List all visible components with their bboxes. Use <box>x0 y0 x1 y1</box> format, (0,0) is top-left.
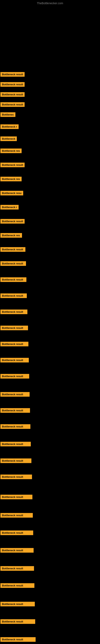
bottleneck-item-8: Bottleneck res <box>0 148 22 153</box>
bottleneck-item-30: Bottleneck result <box>0 495 32 499</box>
bottleneck-item-13: Bottleneck result <box>0 219 25 224</box>
bottleneck-item-11: Bottleneck resu <box>0 191 23 196</box>
bottleneck-item-5: Bottlenec <box>0 112 15 117</box>
bottleneck-item-10: Bottleneck res <box>0 177 22 181</box>
bottleneck-item-1: Bottleneck result <box>0 72 25 77</box>
bottleneck-item-36: Bottleneck result <box>0 602 35 606</box>
bottleneck-item-16: Bottleneck result <box>0 261 26 266</box>
bottleneck-item-22: Bottleneck result <box>0 358 29 362</box>
bottleneck-item-4: Bottleneck result <box>0 102 25 107</box>
bottleneck-item-14: Bottleneck res <box>0 233 22 238</box>
bottleneck-item-38: Bottleneck result <box>0 637 36 642</box>
bottleneck-item-34: Bottleneck result <box>0 566 34 571</box>
bottleneck-item-25: Bottleneck result <box>0 408 30 413</box>
bottleneck-item-28: Bottleneck result <box>0 458 31 463</box>
bottleneck-item-18: Bottleneck result <box>0 294 27 298</box>
bottleneck-item-6: Bottleneck r <box>0 124 19 129</box>
bottleneck-item-20: Bottleneck result <box>0 326 28 330</box>
bottleneck-item-26: Bottleneck result <box>0 424 30 429</box>
site-title: TheBottlenecker.com <box>0 0 100 6</box>
bottleneck-item-19: Bottleneck result <box>0 310 27 314</box>
bottleneck-item-32: Bottleneck result <box>0 530 33 535</box>
bottleneck-item-17: Bottleneck result <box>0 277 26 282</box>
bottleneck-item-29: Bottleneck result <box>0 474 32 479</box>
bottleneck-item-33: Bottleneck result <box>0 548 34 553</box>
bottleneck-item-21: Bottleneck result <box>0 342 28 346</box>
bottleneck-item-15: Bottleneck result <box>0 247 25 252</box>
bottleneck-item-12: Bottleneck r <box>0 205 19 210</box>
bottleneck-item-23: Bottleneck result <box>0 374 29 378</box>
bottleneck-item-31: Bottleneck result <box>0 513 33 518</box>
bottleneck-item-35: Bottleneck result <box>0 583 34 588</box>
bottleneck-item-24: Bottleneck result <box>0 392 30 397</box>
bottleneck-item-27: Bottleneck result <box>0 442 31 446</box>
bottleneck-item-7: Bottleneck <box>0 136 17 141</box>
bottleneck-item-3: Bottleneck result <box>0 92 25 97</box>
bottleneck-item-2: Bottleneck result <box>0 82 25 87</box>
bottleneck-item-9: Bottleneck result <box>0 162 25 167</box>
bottleneck-item-37: Bottleneck result <box>0 619 35 624</box>
